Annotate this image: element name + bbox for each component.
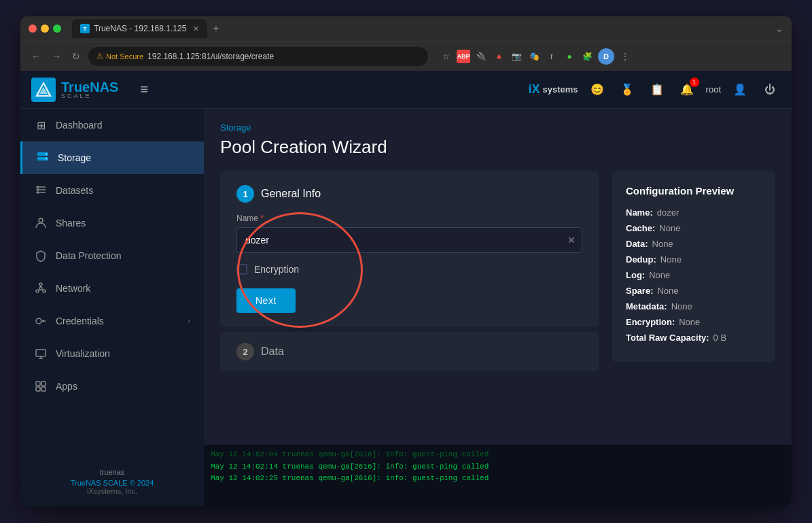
user-menu-icon[interactable]: 👤 <box>729 79 751 101</box>
topnav-right: iX systems 😊 🏅 📋 🔔 1 root 👤 ⏻ <box>529 79 781 101</box>
ext2-icon[interactable]: 🔺 <box>492 50 506 63</box>
name-label: Name * <box>236 214 582 223</box>
power-icon[interactable]: ⏻ <box>759 79 781 101</box>
security-indicator: ⚠ Not Secure <box>96 52 143 61</box>
breadcrumb[interactable]: Storage <box>220 122 775 133</box>
app-topnav: TrueNAS SCALE ≡ iX systems 😊 🏅 📋 🔔 1 roo… <box>20 71 792 109</box>
ext4-icon[interactable]: 🎭 <box>527 50 541 63</box>
sidebar: ⊞ Dashboard Storage <box>20 109 204 506</box>
ix-systems-logo: iX systems <box>529 82 578 97</box>
config-row: Cache:None <box>626 223 762 233</box>
config-key: Spare: <box>626 286 653 296</box>
config-preview-title: Configuration Preview <box>626 185 762 197</box>
datasets-icon <box>34 184 48 197</box>
wizard-main: 1 General Info Name * ✕ <box>220 171 599 377</box>
svg-line-18 <box>42 290 43 291</box>
ext6-icon[interactable]: ● <box>563 50 576 63</box>
config-key: Dedup: <box>626 254 656 265</box>
brand-text: TrueNAS SCALE <box>61 80 118 99</box>
sidebar-label-network: Network <box>56 283 190 294</box>
ext7-icon[interactable]: 🧩 <box>580 50 594 63</box>
ix-icon: iX <box>529 82 540 97</box>
warning-icon: ⚠ <box>96 52 103 61</box>
next-button[interactable]: Next <box>236 288 296 313</box>
section1-header: 1 General Info <box>236 185 582 203</box>
abp-icon[interactable]: ABP <box>457 50 470 63</box>
user-avatar[interactable]: D <box>598 48 614 65</box>
logo-area: TrueNAS SCALE <box>31 78 118 102</box>
ext3-icon[interactable]: 📷 <box>510 50 523 63</box>
terminal-line: May 12 14:02:25 truenas qemu-ga[2616]: i… <box>211 473 785 485</box>
config-row: Spare:None <box>626 286 762 296</box>
svg-point-13 <box>39 287 42 290</box>
hamburger-menu[interactable]: ≡ <box>140 82 148 97</box>
active-tab[interactable]: T TrueNAS - 192.168.1.125 ✕ <box>72 19 207 38</box>
name-input[interactable] <box>236 227 582 253</box>
config-row: Encryption:None <box>626 317 762 327</box>
config-value: None <box>649 270 670 280</box>
reload-button[interactable]: ↻ <box>69 48 83 65</box>
tab-close-button[interactable]: ✕ <box>193 24 199 33</box>
sidebar-item-virtualization[interactable]: Virtualization <box>20 337 204 370</box>
smiley-icon[interactable]: 😊 <box>586 79 608 101</box>
network-icon <box>34 282 48 295</box>
notifications-icon[interactable]: 🔔 1 <box>676 79 698 101</box>
sidebar-item-shares[interactable]: Shares <box>20 207 204 239</box>
config-row: Metadata:None <box>626 301 762 311</box>
new-tab-button[interactable]: + <box>213 22 219 35</box>
terminal-line: May 12 14:02:04 truenas qemu-ga[2616]: i… <box>211 449 785 461</box>
menu-icon[interactable]: ⋮ <box>618 50 632 63</box>
sidebar-label-data-protection: Data Protection <box>56 250 190 261</box>
ext1-icon[interactable]: 🔌 <box>474 50 488 63</box>
truenas-logo-icon <box>31 78 56 102</box>
data-protection-icon <box>34 249 48 263</box>
bookmark-icon[interactable]: ☆ <box>439 50 453 63</box>
sidebar-item-storage[interactable]: Storage <box>20 141 204 174</box>
sidebar-label-virtualization: Virtualization <box>56 348 190 359</box>
config-value: None <box>659 223 680 233</box>
sidebar-item-credentials[interactable]: Credentials › <box>20 305 204 337</box>
tab-bar: T TrueNAS - 192.168.1.125 ✕ + <box>72 19 770 38</box>
input-clear-icon[interactable]: ✕ <box>567 235 576 246</box>
svg-rect-27 <box>41 387 46 391</box>
encryption-label: Encryption <box>254 264 299 275</box>
name-input-wrap: ✕ <box>236 227 582 253</box>
ext5-icon[interactable]: r <box>545 50 559 63</box>
sidebar-item-datasets[interactable]: Datasets <box>20 174 204 207</box>
maximize-button[interactable] <box>53 24 61 33</box>
sidebar-label-storage: Storage <box>58 152 190 163</box>
svg-point-12 <box>39 218 43 222</box>
back-button[interactable]: ← <box>29 48 43 65</box>
svg-rect-21 <box>36 350 46 356</box>
wizard-section-data[interactable]: 2 Data <box>220 332 599 371</box>
tab-favicon: T <box>80 24 90 33</box>
url-bar[interactable]: ⚠ Not Secure 192.168.1.125:81/ui/storage… <box>88 47 428 66</box>
encryption-checkbox[interactable] <box>236 264 247 275</box>
config-value: None <box>671 301 692 311</box>
svg-point-20 <box>36 318 41 324</box>
not-secure-label: Not Secure <box>106 52 143 61</box>
shares-icon <box>34 216 48 230</box>
url-text: 192.168.1.125:81/ui/storage/create <box>147 52 274 61</box>
minimize-button[interactable] <box>41 24 49 33</box>
config-value: None <box>657 286 678 296</box>
certificate-icon[interactable]: 🏅 <box>616 79 638 101</box>
sidebar-item-network[interactable]: Network <box>20 272 204 305</box>
notes-icon[interactable]: 📋 <box>646 79 668 101</box>
more-button[interactable]: ⌄ <box>775 23 783 34</box>
sidebar-item-dashboard[interactable]: ⊞ Dashboard <box>20 109 204 141</box>
forward-button[interactable]: → <box>49 48 64 65</box>
close-button[interactable] <box>29 24 37 33</box>
encryption-row: Encryption <box>236 264 582 275</box>
systems-text: systems <box>543 84 578 95</box>
svg-rect-25 <box>41 382 46 386</box>
version: TrueNAS SCALE © 2024 <box>34 479 190 487</box>
sidebar-item-apps[interactable]: Apps <box>20 370 204 403</box>
config-key: Metadata: <box>626 301 667 311</box>
config-rows: Name:dozerCache:NoneData:NoneDedup:NoneL… <box>626 207 762 343</box>
sidebar-item-data-protection[interactable]: Data Protection <box>20 239 204 272</box>
config-value: 0 B <box>713 333 727 343</box>
config-value: dozer <box>657 207 679 218</box>
svg-rect-24 <box>36 382 40 386</box>
config-key: Total Raw Capacity: <box>626 333 709 343</box>
